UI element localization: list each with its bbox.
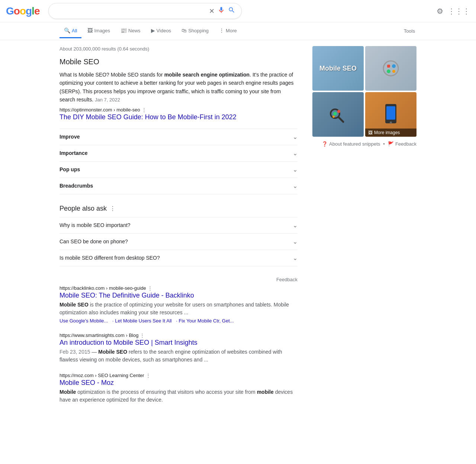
chevron-down-icon: ⌄ <box>293 182 298 189</box>
paa-question-2[interactable]: Can SEO be done on phone? ⌄ <box>60 233 298 250</box>
sidebar-image-4[interactable]: 🖼 More images <box>365 92 416 137</box>
sidebar-image-2[interactable] <box>365 46 416 91</box>
accordion-popups[interactable]: Pop ups ⌄ <box>60 161 298 178</box>
featured-text-before: What Is Mobile SEO? Mobile SEO stands fo… <box>60 72 164 78</box>
featured-result-title[interactable]: The DIY Mobile SEO Guide: How to Be Mobi… <box>60 113 298 121</box>
svg-line-6 <box>338 117 343 122</box>
featured-snippet: Mobile SEO What Is Mobile SEO? Mobile SE… <box>60 58 298 121</box>
result-3-snippet: Mobile optimization is the process of en… <box>60 388 298 404</box>
result-1-snippet: Mobile SEO is the practice of optimizing… <box>60 301 298 317</box>
result-1-title[interactable]: Mobile SEO: The Definitive Guide - Backl… <box>60 292 298 299</box>
featured-options-icon[interactable]: ⋮ <box>142 107 147 113</box>
search-result-2: https://www.smartinsights.com › Blog ⋮ A… <box>60 332 298 364</box>
sidebar-image-1[interactable]: Mobile SEO <box>312 46 364 91</box>
images-icon-small: 🖼 <box>368 130 373 135</box>
featured-url: https://optinmonster.com › mobile-seo <box>60 107 140 113</box>
result-2-url-text: https://www.smartinsights.com › Blog <box>60 332 138 338</box>
about-snippets-link[interactable]: ❓ About featured snippets <box>322 141 380 147</box>
header-actions: ⚙ ⋮⋮⋮ <box>437 7 470 16</box>
result-1-options-icon[interactable]: ⋮ <box>148 285 152 291</box>
result-3-options-icon[interactable]: ⋮ <box>146 373 151 378</box>
accordion-importance-label: Importance <box>60 150 87 156</box>
paa-question-3[interactable]: Is mobile SEO different from desktop SEO… <box>60 250 298 266</box>
paa-question-1[interactable]: Why is mobile SEO important? ⌄ <box>60 217 298 233</box>
about-snippets-label: About featured snippets <box>329 141 380 147</box>
about-featured-snippets-row: ❓ About featured snippets • 🚩 Feedback <box>312 141 416 147</box>
apps-icon[interactable]: ⋮⋮⋮ <box>448 7 470 16</box>
sidebar-feedback-label: Feedback <box>395 141 416 147</box>
search-bar: mobile seo ✕ <box>48 3 242 19</box>
search-input[interactable]: mobile seo <box>55 8 206 14</box>
more-icon: ⋮ <box>219 27 224 33</box>
svg-point-12 <box>390 121 392 124</box>
results-column: About 203,000,000 results (0.64 seconds)… <box>60 46 298 413</box>
search-submit-icon[interactable] <box>228 6 235 16</box>
tab-videos[interactable]: ▶ Videos <box>147 24 176 38</box>
result-3-url-text: https://moz.com › SEO Learning Center <box>60 373 144 378</box>
chevron-down-icon: ⌄ <box>293 254 298 262</box>
logo-letter-o1: o <box>14 5 20 17</box>
svg-point-8 <box>337 110 340 113</box>
accordion-popups-label: Pop ups <box>60 166 80 172</box>
mic-icon[interactable] <box>218 6 225 16</box>
tab-news-label: News <box>128 28 141 33</box>
more-images-button[interactable]: 🖼 More images <box>365 129 416 137</box>
result-1-url-text: https://backlinko.com › mobile-seo-guide <box>60 285 146 291</box>
sidebar-image-2-icon <box>380 57 402 80</box>
chevron-down-icon: ⌄ <box>293 222 298 229</box>
accordion: Improve ⌄ Importance ⌄ Pop ups ⌄ Breadcr… <box>60 129 298 194</box>
result-2-snippet-bold: Mobile SEO <box>98 349 127 355</box>
logo-letter-e: e <box>34 5 40 17</box>
people-also-ask: People also ask ⋮ Why is mobile SEO impo… <box>60 205 298 266</box>
question-icon: ❓ <box>322 141 328 147</box>
feedback-row[interactable]: Feedback <box>60 274 298 285</box>
result-3-title[interactable]: Mobile SEO - Moz <box>60 379 298 387</box>
clear-icon[interactable]: ✕ <box>209 7 215 15</box>
sidebar-images-grid: Mobile SEO <box>312 46 416 137</box>
result-2-snippet: Feb 23, 2015 — Mobile SEO refers to the … <box>60 348 298 364</box>
sidebar-image-3[interactable] <box>312 92 364 137</box>
accordion-importance[interactable]: Importance ⌄ <box>60 145 298 161</box>
accordion-improve[interactable]: Improve ⌄ <box>60 129 298 145</box>
featured-link[interactable]: The DIY Mobile SEO Guide: How to Be Mobi… <box>60 113 298 121</box>
logo-letter-g2: g <box>26 5 32 17</box>
result-2-url: https://www.smartinsights.com › Blog ⋮ <box>60 332 298 338</box>
result-1-link-1[interactable]: Use Google's Mobile... <box>60 318 108 324</box>
sidebar-feedback-link[interactable]: 🚩 Feedback <box>388 141 416 147</box>
result-2-date: Feb 23, 2015 <box>60 349 90 355</box>
google-logo: Google <box>6 5 39 17</box>
results-count: About 203,000,000 results (0.64 seconds) <box>60 46 298 52</box>
result-1-link-2[interactable]: Let Mobile Users See It All <box>115 318 171 324</box>
search-result-1: https://backlinko.com › mobile-seo-guide… <box>60 285 298 324</box>
featured-snippet-title: Mobile SEO <box>60 58 298 66</box>
news-icon: 📰 <box>120 27 127 33</box>
svg-point-4 <box>392 70 395 73</box>
paa-header: People also ask ⋮ <box>60 205 298 212</box>
featured-text-bold: mobile search engine optimization <box>164 72 250 78</box>
tab-shopping[interactable]: 🛍 Shopping <box>177 24 213 38</box>
result-1-links: Use Google's Mobile... · Let Mobile User… <box>60 318 298 324</box>
accordion-breadcrumbs[interactable]: Breadcrumbs ⌄ <box>60 178 298 194</box>
featured-source: https://optinmonster.com › mobile-seo ⋮ <box>60 107 298 113</box>
result-2-options-icon[interactable]: ⋮ <box>140 332 145 338</box>
chevron-down-icon: ⌄ <box>293 166 298 173</box>
paa-question-2-text: Can SEO be done on phone? <box>60 239 128 244</box>
result-2-title[interactable]: An introduction to Mobile SEO | Smart In… <box>60 339 298 347</box>
sidebar-image-4-icon <box>383 103 398 126</box>
result-3-snippet-bold2: mobile <box>257 389 274 395</box>
sidebar-image-3-icon <box>327 103 349 126</box>
tab-news[interactable]: 📰 News <box>116 24 145 38</box>
tab-more[interactable]: ⋮ More <box>215 24 241 38</box>
accordion-improve-label: Improve <box>60 134 80 140</box>
more-images-label: More images <box>374 130 400 135</box>
svg-rect-11 <box>386 106 395 120</box>
tab-all[interactable]: 🔍 All <box>60 24 81 38</box>
tab-all-label: All <box>72 28 77 33</box>
tools-tab[interactable]: Tools <box>402 25 416 38</box>
result-1-link-3[interactable]: Fix Your Mobile Ctr, Get... <box>179 318 234 324</box>
settings-icon[interactable]: ⚙ <box>437 7 443 16</box>
svg-point-2 <box>392 64 396 68</box>
paa-options-icon[interactable]: ⋮ <box>110 205 116 212</box>
tab-images[interactable]: 🖼 Images <box>83 24 115 38</box>
shopping-icon: 🛍 <box>181 27 187 33</box>
